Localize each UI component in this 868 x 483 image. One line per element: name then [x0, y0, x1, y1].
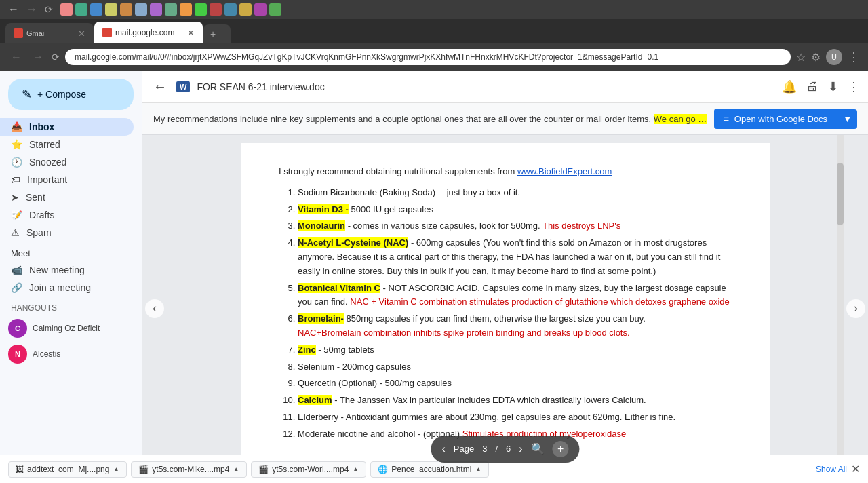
new-meeting-icon: 📹 [11, 265, 22, 275]
tab-inactive-1[interactable]: Gmail ✕ [5, 23, 94, 43]
favicon-15[interactable] [269, 3, 281, 16]
important-icon: 🏷 [11, 174, 20, 185]
notifications-icon[interactable]: 🔔 [782, 79, 797, 94]
favicon-2[interactable] [75, 3, 87, 16]
download-icon-3: 🎬 [258, 465, 269, 474]
scrollbar-track[interactable] [837, 135, 844, 482]
favicon-5[interactable] [120, 3, 132, 16]
hangout-item-1[interactable]: C Calming Oz Deficit [0, 315, 142, 341]
sidebar-item-drafts[interactable]: 📝 Drafts [0, 206, 134, 224]
sidebar-item-inbox[interactable]: 📥 Inbox [0, 118, 134, 136]
download-chevron-4[interactable]: ▲ [475, 465, 481, 473]
close-downloads-btn[interactable]: ✕ [851, 463, 860, 476]
meet-section-label: Meet [0, 242, 142, 261]
tab-active[interactable]: mail.google.com ✕ [94, 22, 203, 43]
print-icon[interactable]: 🖨 [806, 79, 818, 94]
favicon-11[interactable] [210, 3, 222, 16]
more-options-icon[interactable]: ⋮ [848, 79, 860, 94]
favicon-12[interactable] [224, 3, 237, 16]
hangout-item-2[interactable]: N Alcestis [0, 341, 142, 367]
supplement-list: Sodium Bicarbonate (Baking Soda)— just b… [279, 186, 732, 442]
favicon-3[interactable] [90, 3, 102, 16]
nac-highlight: N-Acetyl L-Cysteine (NAC) [298, 237, 408, 248]
sidebar-item-snoozed[interactable]: 🕐 Snoozed [0, 153, 134, 171]
page-label: Page [454, 442, 474, 457]
favicon-6[interactable] [135, 3, 147, 16]
compose-icon: ✎ [22, 87, 32, 102]
sidebar-item-spam[interactable]: ⚠ Spam [0, 224, 134, 242]
favicon-8[interactable] [165, 3, 177, 16]
favicon-7[interactable] [150, 3, 162, 16]
list-item: Calcium - The Janssen Vax in particular … [298, 393, 732, 408]
compose-button[interactable]: ✎ + Compose [8, 79, 134, 110]
list-item: Quercetin (Optional) - 500/mg capsules [298, 376, 732, 391]
scrollbar-thumb[interactable] [837, 163, 844, 225]
download-icon-4: 🌐 [378, 465, 388, 474]
sidebar-item-sent[interactable]: ➤ Sent [0, 189, 134, 206]
sent-icon: ➤ [11, 192, 19, 203]
list-item: Zinc - 50mg tablets [298, 343, 732, 358]
forward-nav-btn[interactable]: → [24, 3, 40, 16]
download-item-2[interactable]: 🎬 yt5s.com-Mike....mp4 ▲ [131, 461, 247, 478]
download-item-1[interactable]: 🖼 addtext_com_Mj....png ▲ [8, 461, 127, 478]
back-btn[interactable]: ← [8, 50, 24, 64]
downloads-bar: 🖼 addtext_com_Mj....png ▲ 🎬 yt5s.com-Mik… [0, 455, 868, 483]
hangout-avatar-2: N [8, 345, 27, 364]
open-docs-dropdown-btn[interactable]: ▼ [837, 109, 857, 129]
zoom-in-btn[interactable]: + [553, 441, 569, 457]
refresh-btn[interactable]: ⟳ [42, 4, 56, 15]
tab-inactive-2[interactable]: + [203, 24, 231, 43]
list-item: Bromelain- 850mg capsules if you can fin… [298, 312, 732, 341]
show-all-btn[interactable]: Show All [816, 465, 847, 474]
favicon-14[interactable] [254, 3, 267, 16]
tab-close-active[interactable]: ✕ [187, 28, 195, 38]
sidebar-item-starred[interactable]: ⭐ Starred [0, 136, 134, 153]
extensions-icon[interactable]: ⚙ [811, 51, 821, 64]
download-chevron-2[interactable]: ▲ [233, 465, 239, 473]
new-meeting-btn[interactable]: 📹 New meeting [0, 261, 142, 279]
address-input[interactable] [65, 49, 791, 65]
browser-chrome: ← → ⟳ Gmail ✕ ma [0, 0, 868, 71]
page-controls: ‹ Page 3 / 6 › 🔍 + [431, 436, 579, 463]
favicon-9[interactable] [180, 3, 192, 16]
monolaurin-highlight: Monolaurin [298, 220, 345, 231]
refresh-btn2[interactable]: ⟳ [52, 52, 60, 62]
address-bar-row: ← → ⟳ ☆ ⚙ U ⋮ [0, 43, 868, 71]
bromelain-highlight: Bromelain- [298, 313, 344, 324]
page-prev-btn[interactable]: ‹ [441, 443, 445, 455]
page-next-btn[interactable]: › [519, 443, 522, 455]
favicon-4[interactable] [105, 3, 117, 16]
hangout-avatar-1: C [8, 319, 27, 338]
header-right-actions: 🔔 🖨 ⬇ ⋮ [782, 79, 860, 94]
download-item-4[interactable]: 🌐 Pence_accuation.html ▲ [370, 461, 489, 478]
download-chevron-3[interactable]: ▲ [352, 465, 359, 473]
biofield-link[interactable]: www.BiofieldExpert.com [517, 166, 612, 176]
doc-content-wrapper: ‹ I strongly recommend obtaining nutriti… [142, 135, 868, 482]
open-with-docs-btn[interactable]: ≡ Open with Google Docs [714, 109, 837, 129]
menu-icon[interactable]: ⋮ [848, 50, 860, 64]
favicon-1[interactable] [60, 3, 73, 16]
gmail-sidebar: ✎ + Compose 📥 Inbox ⭐ Starred 🕐 Snoozed … [0, 71, 142, 482]
email-header: ← W FOR SEAN 6-21 interview.doc 🔔 🖨 ⬇ ⋮ [142, 71, 868, 103]
page-number: 3 [482, 442, 487, 457]
next-page-btn[interactable]: › [844, 135, 868, 482]
sidebar-item-important[interactable]: 🏷 Important [0, 171, 134, 189]
favicon-13[interactable] [239, 3, 252, 16]
open-docs-banner: My recommendations include nine key supp… [142, 103, 868, 135]
favicon-10[interactable] [195, 3, 207, 16]
download-item-3[interactable]: 🎬 yt5s.com-Worl....mp4 ▲ [251, 461, 366, 478]
bookmark-icon[interactable]: ☆ [796, 51, 806, 64]
docs-icon: ≡ [724, 113, 729, 124]
forward-btn[interactable]: → [30, 50, 46, 64]
join-meeting-btn[interactable]: 🔗 Join a meeting [0, 279, 142, 296]
list-item: Vitamin D3 - 5000 IU gel capsules [298, 203, 732, 217]
doc-page: I strongly recommend obtaining nutrition… [167, 135, 844, 482]
profile-icon[interactable]: U [826, 49, 842, 65]
prev-page-btn[interactable]: ‹ [142, 135, 167, 482]
word-badge: W [176, 81, 190, 92]
back-to-email-btn[interactable]: ← [151, 76, 170, 97]
download-chevron-1[interactable]: ▲ [113, 465, 119, 473]
back-nav-btn[interactable]: ← [5, 3, 22, 16]
download-header-icon[interactable]: ⬇ [828, 79, 838, 94]
join-meeting-icon: 🔗 [11, 282, 22, 293]
